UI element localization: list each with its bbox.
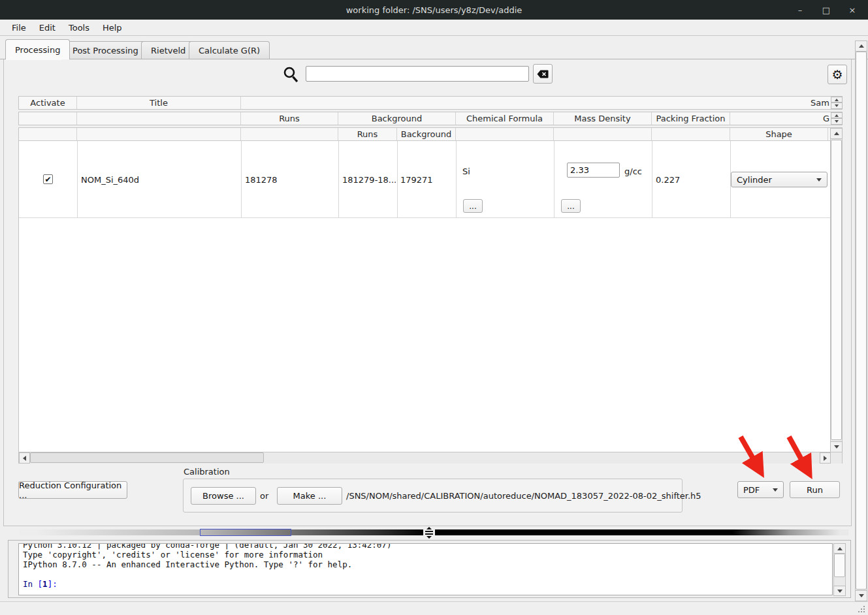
header-background[interactable]: Background [338, 112, 456, 125]
header-bg-background[interactable]: Background [397, 128, 456, 140]
table-vscroll-down[interactable] [830, 441, 843, 452]
table-hscroll-right[interactable] [820, 452, 831, 464]
menu-tools[interactable]: Tools [62, 20, 96, 36]
header2-blank-activate [19, 112, 77, 125]
header2-scroll-down[interactable] [831, 118, 843, 125]
tab-rietveld[interactable]: Rietveld [141, 41, 195, 59]
split-vertical-icon [425, 527, 433, 539]
header-activate[interactable]: Activate [19, 97, 77, 109]
header1-scroll-down[interactable] [831, 102, 843, 109]
tab-calculate-gr[interactable]: Calculate G(R) [189, 41, 270, 59]
header-shape[interactable]: Shape [730, 128, 828, 140]
tab-processing[interactable]: Processing [5, 39, 70, 59]
cell-sample-runs[interactable]: 181278 [245, 175, 278, 185]
splitter-handle[interactable] [423, 526, 435, 539]
search-icon [283, 66, 300, 84]
chevron-down-icon [773, 488, 778, 492]
settings-button[interactable]: ⚙ [828, 65, 847, 84]
status-bar [0, 601, 868, 615]
table-hscroll-thumb[interactable] [30, 452, 264, 463]
calibration-make-button[interactable]: Make ... [277, 487, 342, 505]
reduction-configuration-button[interactable]: Reduction Configuration ... [18, 481, 127, 499]
mass-density-units: g/cc [624, 166, 642, 176]
chevron-down-icon [816, 178, 822, 181]
console-output[interactable]: Python 3.10.12 | packaged by conda-forge… [18, 543, 833, 595]
console-line: IPython 8.7.0 -- An enhanced Interactive… [23, 560, 828, 569]
cell-background-background[interactable]: 179271 [400, 175, 433, 185]
header3-blank-5 [554, 128, 652, 140]
calibration-or-label: or [260, 491, 268, 501]
title-bar: working folder: /SNS/users/y8z/Dev/addie… [0, 0, 868, 20]
table-vscrollbar[interactable] [830, 128, 843, 452]
run-button[interactable]: Run [790, 481, 840, 498]
table-row: ✔ NOM_Si_640d 181278 181279-18... 179271… [19, 141, 830, 218]
minimize-button[interactable]: – [787, 0, 813, 20]
header3-blank-3 [241, 128, 338, 140]
header-geometry[interactable]: G [730, 112, 831, 125]
header3-blank-6 [652, 128, 730, 140]
calibration-path: /SNS/NOM/shared/CALIBRATION/autoreduce/N… [346, 491, 701, 501]
header-bg-runs[interactable]: Runs [338, 128, 397, 140]
close-button[interactable]: × [839, 0, 865, 20]
header-runs[interactable]: Runs [241, 112, 338, 125]
backspace-icon [537, 70, 549, 78]
header2-blank-title [77, 112, 241, 125]
calibration-browse-button[interactable]: Browse ... [191, 487, 256, 505]
tab-bar: Processing Post Processing Rietveld Calc… [0, 39, 868, 59]
cell-title[interactable]: NOM_Si_640d [81, 175, 139, 185]
table-header-row-3: Runs Background Shape [19, 128, 830, 141]
window-controls: – □ × [787, 0, 865, 20]
clear-search-button[interactable] [533, 64, 553, 84]
header1-scroll-up[interactable] [831, 97, 843, 102]
checkmark-icon: ✔ [44, 175, 51, 184]
console-vscroll-thumb[interactable] [834, 554, 845, 577]
menu-edit[interactable]: Edit [33, 20, 62, 36]
application-window: working folder: /SNS/users/y8z/Dev/addie… [0, 0, 868, 615]
output-type-combobox[interactable]: PDF [737, 481, 784, 498]
shape-value: Cylinder [737, 175, 772, 185]
console-vscrollbar[interactable] [833, 543, 846, 596]
mass-density-input[interactable] [567, 163, 620, 178]
table-vscroll-up[interactable] [830, 128, 843, 139]
header2-scroll-up[interactable] [831, 112, 843, 118]
activate-checkbox[interactable]: ✔ [43, 174, 53, 184]
window-vscroll-down[interactable] [855, 590, 867, 601]
window-vscroll-up[interactable] [855, 40, 867, 52]
console-line: Type 'copyright', 'credits' or 'license'… [23, 550, 828, 560]
tab-post-processing[interactable]: Post Processing [63, 41, 148, 59]
table-header-row-2: Runs Background Chemical Formula Mass De… [18, 112, 843, 125]
calibration-groupbox: Browse ... or Make ... /SNS/NOM/shared/C… [183, 479, 683, 512]
output-type-value: PDF [743, 485, 760, 495]
size-grip[interactable] [858, 605, 865, 613]
search-input[interactable] [306, 66, 529, 82]
console-line-clipped: Python 3.10.12 | packaged by conda-forge… [23, 543, 828, 550]
header-title[interactable]: Title [77, 97, 241, 109]
window-vscroll-thumb[interactable] [856, 52, 867, 590]
header-sample[interactable]: Sam [241, 97, 831, 109]
header3-blank-4 [456, 128, 554, 140]
table-vscroll-thumb[interactable] [831, 140, 842, 440]
menu-file[interactable]: File [5, 20, 33, 36]
header-packing-fraction[interactable]: Packing Fraction [652, 112, 730, 125]
header-chemical-formula[interactable]: Chemical Formula [456, 112, 554, 125]
cell-chemical-formula[interactable]: Si [462, 166, 470, 176]
console-vscroll-down[interactable] [833, 586, 846, 596]
cell-packing-fraction[interactable]: 0.227 [656, 175, 680, 185]
menu-bar: File Edit Tools Help [0, 20, 868, 36]
table-hscroll-left[interactable] [19, 452, 30, 464]
maximize-button[interactable]: □ [813, 0, 839, 20]
gear-icon: ⚙ [831, 67, 843, 82]
header3-blank-1 [19, 128, 77, 140]
formula-more-button[interactable]: ... [463, 199, 483, 213]
cell-background-runs[interactable]: 181279-18... [342, 175, 396, 185]
header-mass-density[interactable]: Mass Density [554, 112, 652, 125]
menu-help[interactable]: Help [96, 20, 129, 36]
console-vscroll-up[interactable] [833, 543, 846, 554]
table-header-row-1: Activate Title Sam [18, 96, 843, 110]
shape-combobox[interactable]: Cylinder [731, 172, 828, 187]
table-hscrollbar[interactable] [19, 452, 843, 464]
header3-blank-2 [77, 128, 241, 140]
window-vscrollbar[interactable] [855, 40, 867, 601]
sample-table: Runs Background Shape ✔ NOM_Si_640d 1812… [18, 127, 843, 464]
density-more-button[interactable]: ... [561, 199, 581, 213]
